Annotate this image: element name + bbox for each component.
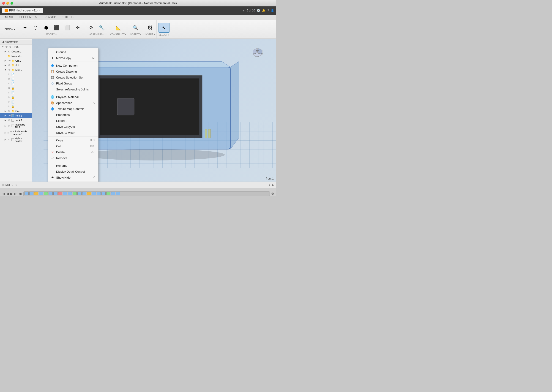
- menu-select-joints[interactable]: Select referencing Joints: [48, 86, 98, 92]
- sketch-eye-8[interactable]: 👁: [7, 105, 11, 108]
- history-button[interactable]: 🕐: [257, 9, 260, 12]
- context-menu-overlay[interactable]: Ground ✛ Move/Copy M 🔷 New Component 📋: [32, 39, 276, 182]
- insert-btn-1[interactable]: 🖼: [145, 23, 155, 32]
- menu-texture[interactable]: 🔷 Texture Map Controls: [48, 106, 98, 112]
- joints-eye-icon[interactable]: 👁: [7, 64, 11, 67]
- collapse-icon[interactable]: ◀: [2, 41, 4, 43]
- menu-export[interactable]: Export...: [48, 118, 98, 124]
- tree-components[interactable]: ▶ 👁 📁 Co...: [0, 109, 32, 113]
- timeline-item-8[interactable]: [58, 192, 62, 195]
- tree-back[interactable]: ▶ 👁 back:1: [0, 118, 32, 123]
- timeline-item-16[interactable]: [97, 192, 101, 195]
- rpi4-eye-icon[interactable]: 👁: [7, 124, 11, 127]
- timeline-start-btn[interactable]: ⏮: [2, 192, 5, 196]
- timeline-item-2[interactable]: [29, 192, 33, 195]
- help-button[interactable]: ?: [267, 9, 269, 12]
- timeline-item-20[interactable]: [116, 192, 120, 195]
- sketch-eye-2[interactable]: 👁: [7, 77, 11, 81]
- menu-save-mesh[interactable]: Save As Mesh: [48, 130, 98, 136]
- menu-move-copy[interactable]: ✛ Move/Copy M: [48, 55, 98, 61]
- menu-ground[interactable]: Ground: [48, 49, 98, 55]
- timeline-prev-btn[interactable]: ◀: [7, 192, 9, 196]
- timeline-item-10[interactable]: [68, 192, 72, 195]
- timeline-item-12[interactable]: [78, 192, 82, 195]
- tree-sketch-8[interactable]: 👁 🔒: [0, 104, 32, 109]
- tree-sketch-6[interactable]: 👁 🔒: [0, 95, 32, 100]
- timeline-item-7[interactable]: [53, 192, 57, 195]
- sketches-eye-icon[interactable]: 👁: [7, 68, 11, 71]
- timeline-item-9[interactable]: [63, 192, 67, 195]
- timeline-settings-btn[interactable]: ⚙: [271, 192, 274, 196]
- tree-named[interactable]: 📁 Named...: [0, 54, 32, 58]
- menu-new-component[interactable]: 🔷 New Component: [48, 63, 98, 69]
- tree-sketch-1[interactable]: 👁 📄: [0, 72, 32, 77]
- menu-show-all-components[interactable]: 👁 Show All Components: [48, 180, 98, 182]
- timeline-item-1[interactable]: [24, 192, 29, 195]
- timeline-item-5[interactable]: [44, 192, 48, 195]
- new-tab-button[interactable]: ＋: [242, 9, 245, 13]
- menu-copy[interactable]: Copy ⌘C: [48, 137, 98, 143]
- timeline-end-btn[interactable]: ⏭: [19, 192, 22, 196]
- doc-gear-icon[interactable]: ⚙: [7, 50, 11, 53]
- construct-btn-1[interactable]: 📐: [113, 23, 123, 32]
- menu-physical-material[interactable]: 🌐 Physical Material: [48, 94, 98, 100]
- select-btn-1[interactable]: ↖: [158, 23, 170, 33]
- sketch-eye-3[interactable]: 👁: [7, 82, 11, 85]
- front-eye-icon[interactable]: 👁: [7, 114, 11, 117]
- tab-close-button[interactable]: ×: [39, 9, 41, 12]
- screen-eye-icon[interactable]: 👁: [7, 131, 9, 134]
- comments-panel-toggle[interactable]: ⊞: [272, 183, 274, 186]
- sketch-eye-5[interactable]: 👁: [7, 91, 11, 94]
- tree-screen[interactable]: ▶ 👁 4 inch touch screen:1: [0, 129, 32, 136]
- menu-create-selection[interactable]: 🔲 Create Selection Set: [48, 74, 98, 80]
- tree-sketch-7[interactable]: 👁 📄: [0, 100, 32, 104]
- tree-sketch-3[interactable]: 👁 📄: [0, 81, 32, 86]
- menu-rename[interactable]: Rename: [48, 163, 98, 168]
- toolbar-btn-4[interactable]: ⬛: [51, 23, 62, 32]
- menu-properties[interactable]: Properties: [48, 112, 98, 118]
- tree-front[interactable]: ▶ 👁 front:1: [0, 113, 32, 118]
- tree-stylist[interactable]: ▶ 👁 stylist-holder:1: [0, 136, 32, 143]
- viewport[interactable]: X Y Z TOP LEFT FRONT BACK front:: [32, 39, 276, 182]
- active-tab[interactable]: RPi4 4inch screen v21* ×: [2, 8, 43, 13]
- inspect-btn-1[interactable]: 🔍: [131, 23, 141, 32]
- menu-display-detail[interactable]: Display Detail Control: [48, 168, 98, 175]
- tree-documents[interactable]: ▶ ⚙ Docum...: [0, 49, 32, 54]
- menu-show-hide[interactable]: 👁 Show/Hide V: [48, 175, 98, 180]
- tree-root[interactable]: ▼ 👁 ⚙ RPi4...: [0, 45, 32, 49]
- close-button[interactable]: [2, 2, 5, 5]
- assemble-btn-1[interactable]: ⚙: [86, 23, 96, 32]
- menu-appearance[interactable]: 🎨 Appearance A: [48, 100, 98, 106]
- stylist-eye-icon[interactable]: 👁: [7, 138, 11, 141]
- timeline-item-4[interactable]: [39, 192, 43, 195]
- toolbar-btn-2[interactable]: ⬡: [30, 23, 41, 32]
- menu-delete[interactable]: ✕ Delete ⌦: [48, 149, 98, 155]
- menu-rigid-group[interactable]: ⬡ Rigid Group: [48, 80, 98, 86]
- design-dropdown[interactable]: DESIGN ▾: [3, 27, 16, 32]
- back-eye-icon[interactable]: 👁: [7, 119, 11, 122]
- menu-cut[interactable]: Cut ⌘X: [48, 143, 98, 149]
- maximize-button[interactable]: [11, 2, 13, 5]
- timeline-next-btn[interactable]: ⏭: [14, 192, 17, 196]
- timeline-track[interactable]: [23, 191, 270, 196]
- sketch-eye-6[interactable]: 👁: [7, 96, 11, 99]
- notification-button[interactable]: 🔔: [262, 9, 265, 12]
- tab-mesh[interactable]: MESH: [2, 15, 16, 20]
- toolbar-btn-1[interactable]: ✦: [20, 23, 30, 32]
- timeline-item-14[interactable]: [87, 192, 91, 195]
- menu-remove[interactable]: ↩ Remove: [48, 155, 98, 161]
- minimize-button[interactable]: [7, 2, 9, 5]
- tree-sketches[interactable]: ▼ 👁 📁 Ske...: [0, 68, 32, 72]
- tab-utilities[interactable]: UTILITIES: [59, 15, 78, 20]
- timeline-item-17[interactable]: [101, 192, 106, 195]
- sketch-eye-1[interactable]: 👁: [7, 73, 11, 76]
- tree-sketch-4[interactable]: 👁 🔒: [0, 86, 32, 91]
- tree-joints[interactable]: ▶ 👁 📁 Joi...: [0, 63, 32, 68]
- menu-save-copy[interactable]: Save Copy As: [48, 124, 98, 130]
- timeline-item-6[interactable]: [49, 192, 53, 195]
- comments-add-btn[interactable]: +: [269, 184, 270, 186]
- timeline-item-18[interactable]: [106, 192, 110, 195]
- toolbar-btn-6[interactable]: ✛: [73, 23, 83, 32]
- sketch-eye-4[interactable]: 👁: [7, 87, 11, 90]
- timeline-item-19[interactable]: [111, 192, 115, 195]
